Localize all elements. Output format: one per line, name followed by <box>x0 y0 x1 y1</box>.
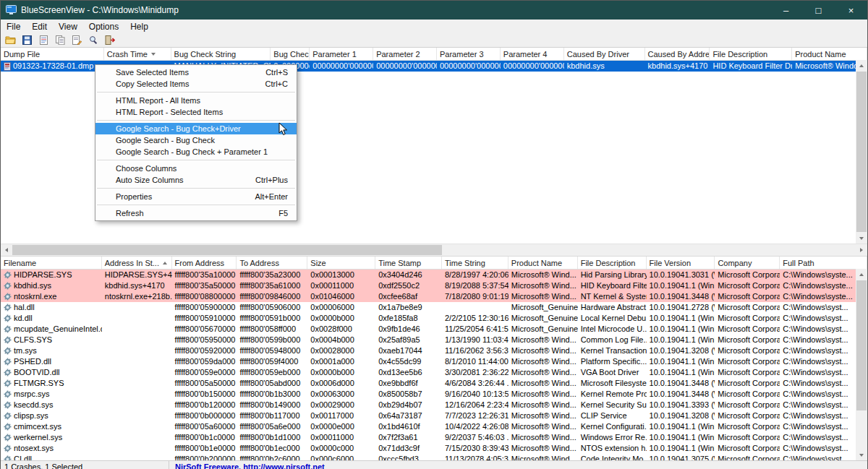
scrollbar-thumb[interactable] <box>856 72 867 232</box>
scroll-down-icon[interactable] <box>856 449 867 460</box>
column-header-bug-chec[interactable]: Bug Chec... <box>271 48 310 60</box>
maximize-button[interactable]: □ <box>802 1 835 20</box>
column-header-parameter-4[interactable]: Parameter 4 <box>501 48 564 60</box>
cell-filename: kbdhid.sys <box>1 280 102 291</box>
cell-product-name: Microsoft® Wind... <box>509 345 578 356</box>
driver-row[interactable]: msrpc.sysfffff800'0b150000fffff800'0b1b3… <box>1 389 867 400</box>
properties-button[interactable] <box>69 34 84 46</box>
column-header-caused-by-address[interactable]: Caused By Address <box>645 48 710 60</box>
find-button[interactable] <box>86 34 101 46</box>
scroll-right-icon[interactable] <box>856 244 867 256</box>
driver-row[interactable]: kbdhid.syskbdhid.sys+4170fffff800'35a500… <box>1 280 867 291</box>
context-menu-item-html-report-all-items[interactable]: HTML Report - All Items <box>95 95 297 106</box>
column-header-file-version[interactable]: File Version <box>647 257 715 269</box>
driver-row[interactable]: CLFS.SYSfffff800'05950000fffff800'0599b0… <box>1 335 867 345</box>
column-header-company[interactable]: Company <box>715 257 780 269</box>
menubar-item-file[interactable]: File <box>1 20 26 33</box>
copy-button[interactable] <box>53 34 67 46</box>
column-header-size[interactable]: Size <box>307 257 375 269</box>
save-button[interactable] <box>20 34 34 46</box>
driver-row[interactable]: ntoskrnl.exentoskrnl.exe+218b...fffff800… <box>1 291 867 302</box>
toolbar <box>1 33 867 48</box>
cell-file-description: Kernel Transaction... <box>578 345 647 356</box>
column-header-crash-time[interactable]: Crash Time <box>104 48 171 60</box>
nirsoft-link[interactable]: NirSoft Freeware. http://www.nirsoft.net <box>169 462 325 469</box>
driver-row[interactable]: kd.dllfffff800'05910000fffff800'0591b000… <box>1 313 867 324</box>
driver-row[interactable]: werkernel.sysfffff800'0b1c0000fffff800'0… <box>1 432 867 443</box>
context-menu-item-google-search-bug-check[interactable]: Google Search - Bug Check <box>95 134 297 146</box>
menubar-item-view[interactable]: View <box>53 20 83 33</box>
open-folder-button[interactable] <box>3 34 17 46</box>
column-header-caused-by-driver[interactable]: Caused By Driver <box>564 48 645 60</box>
cell-to-address: fffff800'0b1d1000 <box>237 432 307 443</box>
context-menu-item-refresh[interactable]: RefreshF5 <box>95 207 297 219</box>
title-bar: BlueScreenView - C:\Windows\Minidump – □… <box>1 1 867 20</box>
cell-text: 0xe9bbdf6f <box>378 378 417 389</box>
scroll-down-icon[interactable] <box>856 233 867 244</box>
driver-row[interactable]: mcupdate_GenuineIntel.dllfffff800'056700… <box>1 324 867 335</box>
context-menu-item-properties[interactable]: PropertiesAlt+Enter <box>95 191 297 202</box>
context-menu-item-google-search-bug-check-parameter-1[interactable]: Google Search - Bug Check + Parameter 1 <box>95 146 297 158</box>
driver-row[interactable]: FLTMGR.SYSfffff800'05a50000fffff800'05ab… <box>1 378 867 389</box>
cell-to-address: fffff800'05906000 <box>237 302 307 313</box>
cell-text: Windows Error Re... <box>581 432 647 443</box>
cell-text: Hid Parsing Library <box>581 270 647 280</box>
column-header-from-address[interactable]: From Address <box>172 257 237 269</box>
cell-full-path: C:\Windows\syste... <box>780 270 867 280</box>
driver-row[interactable]: ntosext.sysfffff800'0b1e0000fffff800'0b1… <box>1 443 867 454</box>
menubar-item-options[interactable]: Options <box>83 20 124 33</box>
driver-row[interactable]: HIDPARSE.SYSHIDPARSE.SYS+4cadfffff800'35… <box>1 270 867 280</box>
context-menu-item-google-search-bug-check-driver[interactable]: Google Search - Bug Check+Driver <box>95 123 297 134</box>
driver-row[interactable]: ksecdd.sysfffff800'0b120000fffff800'0b14… <box>1 400 867 410</box>
column-header-dump-file[interactable]: Dump File <box>1 48 104 60</box>
context-menu-item-save-selected-items[interactable]: Save Selected ItemsCtrl+S <box>95 66 297 78</box>
scroll-up-icon[interactable] <box>856 269 867 280</box>
menubar-item-help[interactable]: Help <box>124 20 154 33</box>
html-report-button[interactable] <box>36 34 51 46</box>
column-header-product-name[interactable]: Product Name <box>509 257 578 269</box>
column-header-file-description[interactable]: File Description <box>710 48 792 60</box>
column-header-label: File Description <box>581 257 636 269</box>
column-header-time-string[interactable]: Time String <box>442 257 509 269</box>
column-header-file-description[interactable]: File Description <box>578 257 647 269</box>
menubar-item-edit[interactable]: Edit <box>26 20 53 33</box>
column-header-to-address[interactable]: To Address <box>237 257 307 269</box>
context-menu-item-auto-size-columns[interactable]: Auto Size ColumnsCtrl+Plus <box>95 174 297 186</box>
scroll-left-icon[interactable] <box>1 244 12 256</box>
context-menu-item-choose-columns[interactable]: Choose Columns <box>95 163 297 174</box>
cell-caused-by-driver: kbdhid.sys <box>564 61 645 72</box>
driver-row[interactable]: PSHED.dllfffff800'059da000fffff800'059f4… <box>1 356 867 367</box>
column-header-product-name[interactable]: Product Name <box>792 48 867 60</box>
properties-icon <box>72 35 82 45</box>
column-header-address-in-st[interactable]: Address In St... <box>102 257 172 269</box>
driver-row[interactable]: CI.dllfffff800'0b200000fffff800'0b2c6000… <box>1 454 867 460</box>
driver-row[interactable]: clipsp.sysfffff800'0b000000fffff800'0b11… <box>1 410 867 421</box>
close-button[interactable]: × <box>835 1 867 20</box>
scrollbar-thumb[interactable] <box>856 280 867 410</box>
driver-row[interactable]: cmimcext.sysfffff800'05a60000fffff800'05… <box>1 421 867 432</box>
column-header-parameter-2[interactable]: Parameter 2 <box>373 48 437 60</box>
column-header-parameter-1[interactable]: Parameter 1 <box>310 48 373 60</box>
cell-text: fffff800'058ff000 <box>239 324 296 335</box>
minimize-button[interactable]: – <box>770 1 802 20</box>
driver-row[interactable]: tm.sysfffff800'05920000fffff800'05948000… <box>1 345 867 356</box>
column-header-filename[interactable]: Filename <box>1 257 102 269</box>
driver-row[interactable]: hal.dllfffff800'05900000fffff800'0590600… <box>1 302 867 313</box>
window-title: BlueScreenView - C:\Windows\Minidump <box>21 5 179 15</box>
driver-list-vertical-scrollbar[interactable] <box>856 269 867 460</box>
crash-list-vertical-scrollbar[interactable] <box>856 60 867 244</box>
cell-text: kbdhid.sys+4170 <box>648 61 708 72</box>
context-menu-item-html-report-selected-items[interactable]: HTML Report - Selected Items <box>95 106 297 118</box>
cell-time-stamp: 0x3404d246 <box>375 270 442 280</box>
context-menu-item-copy-selected-items[interactable]: Copy Selected ItemsCtrl+C <box>95 78 297 90</box>
column-header-bug-check-string[interactable]: Bug Check String <box>171 48 271 60</box>
column-header-time-stamp[interactable]: Time Stamp <box>375 257 442 269</box>
horizontal-scrollbar[interactable] <box>1 244 867 256</box>
column-header-full-path[interactable]: Full Path <box>780 257 867 269</box>
exit-button[interactable] <box>103 34 117 46</box>
column-header-parameter-3[interactable]: Parameter 3 <box>437 48 501 60</box>
scrollbar-thumb[interactable] <box>12 245 442 255</box>
scroll-up-icon[interactable] <box>856 60 867 71</box>
app-icon <box>6 5 17 15</box>
driver-row[interactable]: BOOTVID.dllfffff800'059e0000fffff800'059… <box>1 367 867 378</box>
